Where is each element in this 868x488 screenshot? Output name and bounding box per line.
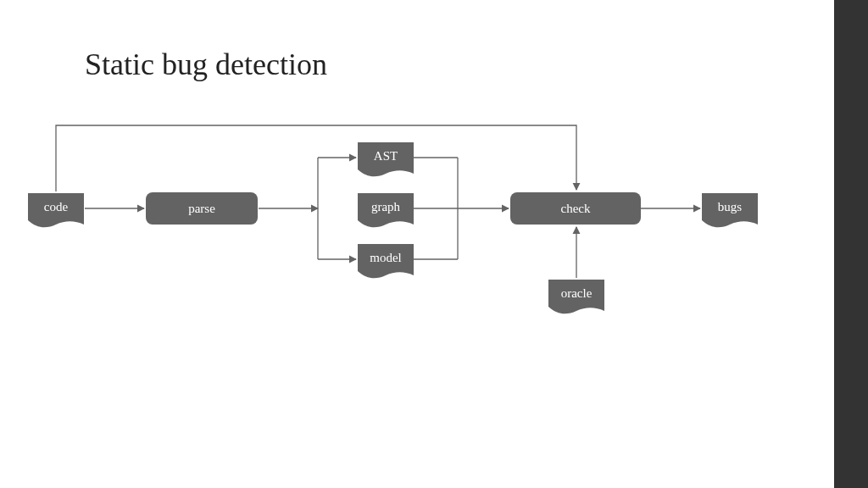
node-ast: AST: [358, 142, 414, 178]
node-check: check: [510, 192, 641, 225]
node-code-label: code: [44, 200, 68, 214]
node-oracle-label: oracle: [561, 286, 593, 301]
node-model-label: model: [370, 251, 402, 265]
slide-sidebar: [834, 0, 868, 488]
node-graph-label: graph: [371, 200, 400, 214]
node-parse-label: parse: [188, 202, 215, 216]
node-bugs-label: bugs: [718, 200, 742, 214]
node-ast-label: AST: [374, 149, 398, 164]
node-graph: graph: [358, 193, 414, 229]
node-model: model: [358, 244, 414, 280]
node-oracle: oracle: [548, 280, 604, 315]
node-parse: parse: [146, 192, 258, 225]
node-bugs: bugs: [702, 193, 758, 229]
node-check-label: check: [561, 202, 591, 216]
slide-title: Static bug detection: [85, 47, 327, 82]
node-code: code: [28, 193, 84, 229]
